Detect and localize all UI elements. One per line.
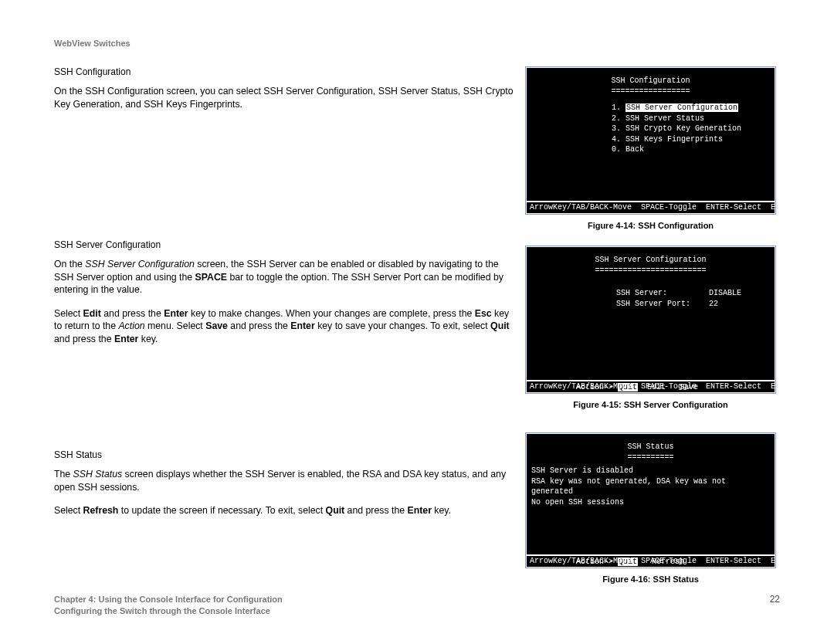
console-helpbar: ArrowKey/TAB/BACK-Move SPACE-Toggle ENTE… bbox=[530, 202, 775, 213]
section-ssh-server-para2: Select Edit and press the Enter key to m… bbox=[54, 307, 517, 346]
text: Select bbox=[54, 505, 83, 516]
text-bold: Refresh bbox=[83, 505, 119, 516]
text-bold: Enter bbox=[164, 308, 188, 319]
console-status-line: RSA key was not generated, DSA key was n… bbox=[531, 476, 771, 497]
text: Select bbox=[54, 308, 83, 319]
figure-16-console: SSH Status ========== SSH Server is disa… bbox=[525, 432, 776, 568]
text-bold: Enter bbox=[408, 505, 432, 516]
footer-section: Configuring the Switch through the Conso… bbox=[54, 605, 780, 616]
text-bold: Save bbox=[205, 320, 228, 331]
text-bold: Edit bbox=[83, 308, 101, 319]
figure-14-console: SSH Configuration ================= 1. S… bbox=[525, 66, 776, 215]
console-title-underline: ======================== bbox=[527, 266, 775, 276]
console-menu-item: 3. SSH Crypto Key Generation bbox=[612, 124, 775, 134]
text: key to make changes. When your changes a… bbox=[188, 308, 475, 319]
figure-15-console: SSH Server Configuration ===============… bbox=[525, 246, 776, 394]
console-title-underline: ========== bbox=[527, 452, 775, 463]
product-header: WebView Switches bbox=[54, 39, 780, 48]
text: The bbox=[54, 469, 73, 480]
section-ssh-server-para1: On the SSH Server Configuration screen, … bbox=[54, 258, 517, 297]
figure-14-caption: Figure 4-14: SSH Configuration bbox=[525, 221, 776, 230]
figure-15-caption: Figure 4-15: SSH Server Configuration bbox=[525, 400, 776, 409]
text-bold: Enter bbox=[290, 320, 314, 331]
section-ssh-status-para2: Select Refresh to update the screen if n… bbox=[54, 504, 517, 517]
console-helpbar: ArrowKey/TAB/BACK-Move SPACE-Toggle ENTE… bbox=[530, 381, 775, 392]
section-ssh-status-para1: The SSH Status screen displays whether t… bbox=[54, 468, 517, 493]
text-bold: Esc bbox=[475, 308, 492, 319]
text: screen displays whether the SSH Server i… bbox=[54, 469, 506, 493]
console-menu-item: 4. SSH Keys Fingerprints bbox=[612, 134, 775, 145]
console-status-line: SSH Server is disabled bbox=[531, 466, 771, 476]
text-bold: Quit bbox=[326, 505, 345, 516]
text: and press the bbox=[228, 320, 290, 331]
console-form-row: SSH Server: DISABLE bbox=[616, 288, 775, 299]
console-status-line: No open SSH sessions bbox=[531, 497, 771, 508]
text-bold: Enter bbox=[114, 334, 138, 344]
console-title: SSH Status bbox=[527, 434, 775, 452]
text: key. bbox=[432, 505, 451, 516]
console-title-underline: ================= bbox=[527, 86, 775, 97]
text: and press the bbox=[54, 334, 114, 344]
section-ssh-config-para: On the SSH Configuration screen, you can… bbox=[54, 85, 517, 110]
text: and press the bbox=[101, 308, 164, 319]
section-ssh-server-heading: SSH Server Configuration bbox=[54, 239, 517, 250]
console-title: SSH Configuration bbox=[527, 68, 775, 86]
text: key to save your changes. To exit, selec… bbox=[315, 320, 490, 331]
console-menu-item: 0. Back bbox=[612, 144, 775, 155]
page-number: 22 bbox=[770, 594, 780, 605]
text-bold: Quit bbox=[490, 320, 510, 331]
text-italic: SSH Status bbox=[73, 469, 123, 480]
figure-16-caption: Figure 4-16: SSH Status bbox=[525, 575, 776, 584]
text-italic: Action bbox=[118, 320, 144, 331]
text: to update the screen if necessary. To ex… bbox=[118, 505, 325, 516]
footer-chapter: Chapter 4: Using the Console Interface f… bbox=[54, 594, 780, 605]
section-ssh-config-heading: SSH Configuration bbox=[54, 66, 517, 77]
console-form-row: SSH Server Port: 22 bbox=[616, 299, 775, 310]
text-italic: SSH Server Configuration bbox=[85, 259, 194, 269]
text: and press the bbox=[344, 505, 407, 516]
console-menu-item: 1. SSH Server Configuration bbox=[612, 103, 775, 114]
console-title: SSH Server Configuration bbox=[527, 247, 775, 266]
text: On the bbox=[54, 259, 85, 269]
section-ssh-status-heading: SSH Status bbox=[54, 449, 517, 460]
text-bold: SPACE bbox=[195, 272, 227, 283]
text: menu. Select bbox=[145, 320, 206, 331]
text: key. bbox=[138, 334, 158, 344]
console-menu-item: 2. SSH Server Status bbox=[612, 114, 775, 124]
console-helpbar: ArrowKey/TAB/BACK-Move SPACE-Toggle ENTE… bbox=[530, 556, 775, 567]
